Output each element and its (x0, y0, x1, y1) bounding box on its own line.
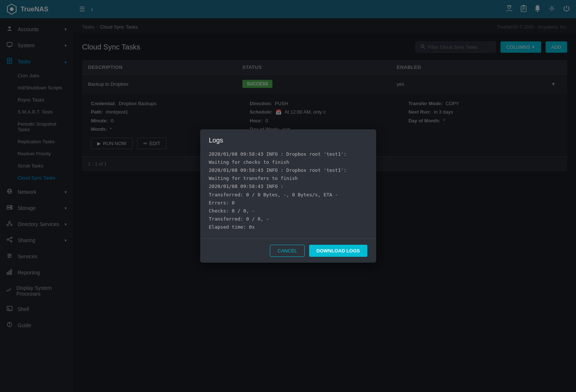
log-line-4: Errors: 0 (209, 199, 367, 207)
modal-title: Logs (200, 129, 376, 150)
log-line-7: Elapsed time: 0s (209, 223, 367, 231)
modal-overlay[interactable]: Logs 2020/01/08 09:58:43 INFO : Dropbox … (0, 0, 576, 392)
log-line-6: Transferred: 0 / 0, - (209, 215, 367, 223)
modal-body: 2020/01/08 09:58:43 INFO : Dropbox root … (200, 150, 376, 238)
modal-footer: CANCEL DOWNLOAD LOGS (200, 238, 376, 263)
download-logs-button[interactable]: DOWNLOAD LOGS (309, 245, 367, 257)
log-line-1: 2020/01/08 09:58:43 INFO : Dropbox root … (209, 166, 367, 182)
log-line-2: 2020/01/08 09:58:43 INFO : (209, 182, 367, 191)
log-line-5: Checks: 0 / 0, - (209, 207, 367, 215)
log-line-0: 2020/01/08 09:58:43 INFO : Dropbox root … (209, 150, 367, 166)
logs-modal: Logs 2020/01/08 09:58:43 INFO : Dropbox … (200, 129, 376, 263)
log-line-3: Transferred: 0 / 0 Bytes, -, 0 Bytes/s, … (209, 191, 367, 199)
cancel-button[interactable]: CANCEL (270, 245, 305, 257)
